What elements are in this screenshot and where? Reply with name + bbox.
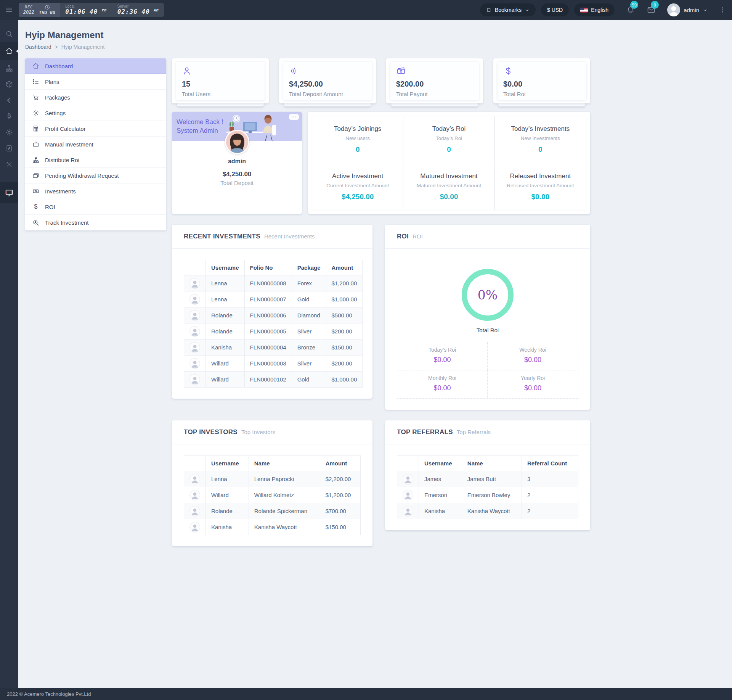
stat-value: $0.00 — [503, 80, 580, 89]
dollar-icon: $ — [32, 203, 39, 210]
rail-search[interactable] — [0, 26, 18, 42]
briefcase-icon — [32, 141, 39, 148]
monitor-icon — [5, 188, 14, 197]
row-avatar-icon — [189, 294, 200, 305]
cell-folio: FLN00000008 — [244, 275, 292, 291]
sidebar-item-label: ROI — [45, 204, 55, 210]
sidebar-item-track-investment[interactable]: Track Investment — [25, 215, 166, 230]
search-icon — [5, 30, 13, 38]
language-label: English — [591, 7, 608, 13]
column-header: Username — [206, 260, 245, 275]
clock-server-time: 02:36 40 — [117, 8, 150, 16]
cell-username: Kanisha — [206, 519, 249, 535]
cell-username: Rolande — [206, 307, 245, 323]
table-row: Lenna FLN00000008 Forex $1,200.00 — [184, 275, 363, 291]
sidebar-item-manual-investment[interactable]: Manual Investment — [25, 137, 166, 152]
roi-donut-chart: 0% — [462, 269, 514, 321]
cell-username: Rolande — [206, 323, 245, 340]
rail-settings[interactable] — [0, 124, 18, 140]
clock-local: Local 01:06 40 PM — [60, 3, 112, 17]
cell-username: Willard — [206, 487, 249, 503]
rail-reports[interactable] — [0, 140, 18, 156]
breadcrumb-dashboard-link[interactable]: Dashboard — [25, 44, 51, 50]
roi-stat-cell: Weekly Roi $0.00 — [488, 342, 578, 370]
rail-distribute[interactable] — [0, 60, 18, 76]
notifications-button[interactable]: 59 — [626, 5, 635, 14]
bookmarks-button[interactable]: Bookmarks — [480, 3, 536, 16]
cell-amount: $1,000.00 — [326, 291, 363, 307]
cell-package: Silver — [292, 356, 326, 372]
stat-card-total-payout: $200.00 Total Payout — [386, 58, 483, 103]
username-label: admin — [684, 7, 699, 13]
cell-folio: FLN00000004 — [244, 340, 292, 356]
cell-name: Kanisha Waycott — [249, 519, 320, 535]
sidebar-item-distribute-roi[interactable]: Distribute Roi — [25, 152, 166, 168]
panel-subtitle: ROI — [413, 233, 423, 240]
sidebar-item-plans[interactable]: Plans — [25, 74, 166, 90]
pdf-icon — [5, 145, 13, 152]
today-stat-subtitle: Current Investment Amount — [316, 183, 399, 188]
today-stat-title: Released Investment — [499, 172, 582, 180]
table-row: Rolande Rolande Spickerman $700.00 — [184, 503, 361, 519]
sidebar-item-dashboard[interactable]: Dashboard — [25, 58, 166, 74]
cell-folio: FLN00000102 — [244, 372, 292, 388]
rail-announcements[interactable] — [0, 92, 18, 108]
stat-value: $4,250.00 — [289, 80, 366, 89]
stat-card-total-users: 15 Total Users — [172, 58, 269, 103]
stat-card-total-deposit: $4,250.00 Total Deposit Amount — [279, 58, 376, 103]
menu-toggle-button[interactable] — [0, 6, 18, 14]
today-stat-title: Matured Investment — [407, 172, 490, 180]
column-header: Username — [419, 456, 462, 471]
cell-amount: $1,200.00 — [326, 275, 363, 291]
today-stat-cell: Today’s Joinings New users 0 — [312, 116, 403, 163]
cell-name: Emerson Bowley — [462, 487, 522, 503]
sidebar-item-label: Pending Withdrawal Request — [45, 172, 119, 179]
today-stat-value: $0.00 — [407, 193, 490, 201]
column-header: Amount — [326, 260, 363, 275]
top-referrals-table: Username Name Referral Count — [397, 455, 578, 519]
table-row: Kanisha Kanisha Waycott $150.00 — [184, 519, 361, 535]
rail-tools[interactable] — [0, 156, 18, 172]
sidebar-item-investments[interactable]: Investments — [25, 183, 166, 199]
rail-dashboard[interactable] — [0, 42, 18, 60]
welcome-greeting: Welcome Back ! — [177, 118, 223, 127]
messages-button[interactable]: 0 — [647, 5, 656, 14]
currency-button[interactable]: $ USD — [541, 3, 569, 16]
column-header: Referral Count — [522, 456, 578, 471]
today-stat-value: 0 — [499, 145, 582, 154]
sidebar-item-packages[interactable]: Packages — [25, 90, 166, 105]
today-stat-cell: Matured Investment Matured Investment Am… — [403, 163, 494, 210]
hamburger-icon — [5, 6, 13, 14]
today-stat-subtitle: Today’s Roi — [407, 135, 490, 141]
sidebar-item-label: Dashboard — [45, 63, 73, 69]
rail-display-settings[interactable] — [0, 182, 18, 203]
cell-amount: $200.00 — [326, 323, 363, 340]
breadcrumb-separator: > — [55, 44, 58, 50]
sidebar-item-label: Manual Investment — [45, 141, 93, 148]
cell-amount: $150.00 — [320, 519, 360, 535]
rail-packages[interactable] — [0, 76, 18, 92]
sidebar-item-settings[interactable]: Settings — [25, 105, 166, 121]
clock-local-time: 01:06 40 — [65, 8, 98, 16]
sidebar-item-roi[interactable]: $ ROI — [25, 199, 166, 215]
more-options-button[interactable] — [719, 6, 726, 14]
row-avatar-icon — [189, 374, 200, 385]
table-row: Kanisha FLN00000004 Bronze $150.00 — [184, 340, 363, 356]
panel-subtitle: Top Referrals — [457, 429, 491, 435]
rail-crypto[interactable] — [0, 108, 18, 124]
language-button[interactable]: English — [574, 3, 615, 16]
sidebar-item-profit-calculator[interactable]: Profit Calculator — [25, 121, 166, 137]
dashboard-widgets: 15 Total Users $4,250.00 Total Deposit A… — [172, 58, 590, 546]
signal-icon — [289, 66, 299, 76]
sidebar-item-pending-withdrawal[interactable]: Pending Withdrawal Request — [25, 168, 166, 183]
cell-username: Lenna — [206, 291, 245, 307]
panel-subtitle: Top Investors — [241, 429, 275, 435]
currency-label: $ USD — [547, 7, 563, 13]
breadcrumb: Dashboard > Hyip Management — [25, 44, 590, 50]
table-row: James James Butt 3 — [397, 471, 578, 487]
cell-folio: FLN00000005 — [244, 323, 292, 340]
user-menu[interactable]: admin — [667, 3, 708, 16]
breadcrumb-current: Hyip Management — [61, 44, 105, 50]
today-stat-value: $4,250.00 — [316, 193, 399, 201]
row-avatar-icon — [189, 310, 200, 321]
